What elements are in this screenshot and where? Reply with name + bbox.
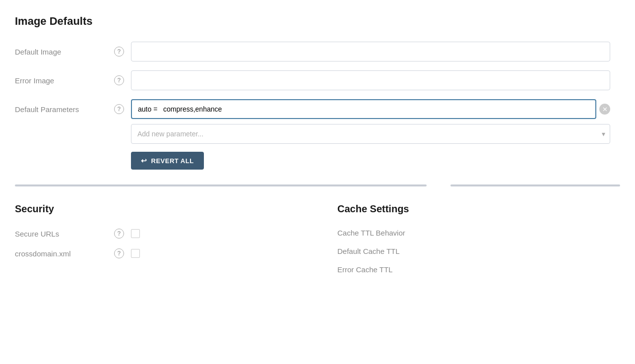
- divider-right: [450, 184, 620, 186]
- error-image-help-icon[interactable]: ?: [114, 75, 124, 85]
- cache-settings-title: Cache Settings: [337, 203, 620, 215]
- crossdomain-row: crossdomain.xml ?: [15, 248, 298, 258]
- default-params-row: Default Parameters ? ✕: [15, 99, 620, 119]
- default-params-input[interactable]: [131, 99, 596, 119]
- default-cache-ttl-label: Default Cache TTL: [337, 247, 400, 255]
- security-title: Security: [15, 203, 298, 215]
- crossdomain-label: crossdomain.xml: [15, 249, 114, 258]
- secure-urls-checkbox[interactable]: [131, 229, 140, 238]
- crossdomain-checkbox[interactable]: [131, 249, 140, 258]
- cache-ttl-behavior-label: Cache TTL Behavior: [337, 229, 405, 237]
- default-image-input[interactable]: [131, 42, 610, 61]
- revert-button-label: REVERT ALL: [151, 157, 194, 165]
- default-params-help-icon[interactable]: ?: [114, 104, 124, 114]
- add-param-select[interactable]: Add new parameter...: [131, 124, 610, 144]
- default-image-label: Default Image: [15, 48, 114, 56]
- default-cache-ttl-row: Default Cache TTL: [337, 247, 620, 255]
- image-defaults-title: Image Defaults: [15, 15, 620, 28]
- param-input-wrapper: ✕: [131, 99, 610, 119]
- crossdomain-help-icon[interactable]: ?: [114, 248, 124, 258]
- bottom-grid: Security Secure URLs ? crossdomain.xml ?…: [15, 203, 620, 284]
- add-param-row: Add new parameter... ▾: [15, 124, 620, 144]
- error-image-label: Error Image: [15, 76, 114, 85]
- divider-left: [15, 184, 427, 186]
- error-image-input[interactable]: [131, 70, 610, 90]
- error-cache-ttl-row: Error Cache TTL: [337, 265, 620, 274]
- secure-urls-row: Secure URLs ?: [15, 229, 298, 239]
- cache-settings-section: Cache Settings Cache TTL Behavior Defaul…: [318, 203, 620, 284]
- clear-params-icon[interactable]: ✕: [599, 104, 610, 115]
- revert-icon: ↩: [141, 157, 147, 165]
- cache-ttl-behavior-row: Cache TTL Behavior: [337, 229, 620, 237]
- default-params-label: Default Parameters: [15, 105, 114, 114]
- secure-urls-label: Secure URLs: [15, 230, 114, 238]
- default-image-help-icon[interactable]: ?: [114, 47, 124, 57]
- error-image-row: Error Image ?: [15, 70, 620, 90]
- security-section: Security Secure URLs ? crossdomain.xml ?: [15, 203, 318, 284]
- image-defaults-section: Image Defaults Default Image ? Error Ima…: [15, 15, 620, 170]
- error-cache-ttl-label: Error Cache TTL: [337, 265, 392, 274]
- default-image-row: Default Image ?: [15, 42, 620, 61]
- revert-all-button[interactable]: ↩ REVERT ALL: [131, 152, 204, 170]
- revert-row: ↩ REVERT ALL: [15, 152, 620, 170]
- page-container: Image Defaults Default Image ? Error Ima…: [0, 0, 635, 364]
- add-param-select-wrapper: Add new parameter... ▾: [131, 124, 610, 144]
- secure-urls-help-icon[interactable]: ?: [114, 229, 124, 239]
- section-divider: [15, 184, 620, 188]
